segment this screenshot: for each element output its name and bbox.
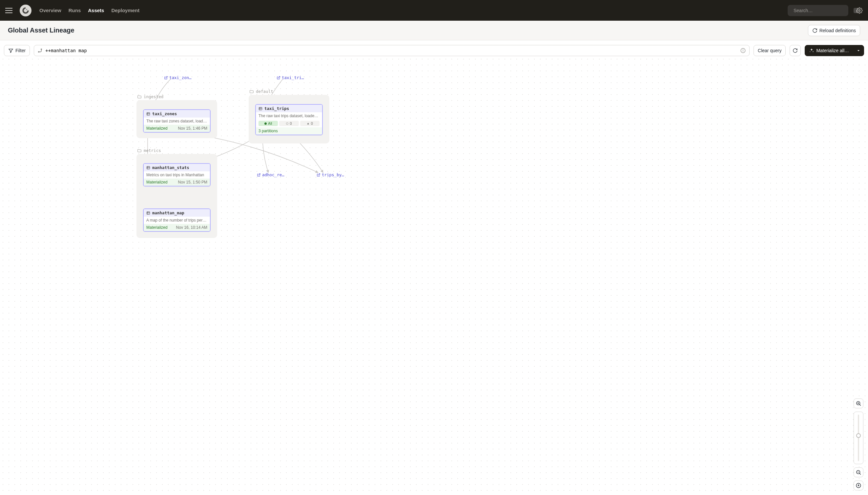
page-title: Global Asset Lineage [8, 27, 74, 34]
asset-node-taxi-zones[interactable]: taxi_zones The raw taxi zones dataset, l… [143, 109, 211, 133]
asset-status: Materialized [146, 180, 167, 185]
filter-icon [8, 48, 14, 53]
nav-assets[interactable]: Assets [88, 7, 104, 13]
menu-toggle[interactable] [5, 6, 14, 15]
external-asset-adhoc-req[interactable]: adhoc_req… [257, 172, 286, 177]
zoom-in-button[interactable] [854, 398, 863, 408]
query-input[interactable] [45, 48, 738, 53]
partition-count: 3 partitions [256, 127, 322, 135]
table-icon [146, 112, 150, 116]
asset-name: manhattan_stats [152, 165, 189, 170]
asset-node-manhattan-stats[interactable]: manhattan_stats Metrics on taxi trips in… [143, 163, 211, 186]
table-icon [259, 107, 262, 110]
fit-icon [855, 482, 862, 489]
folder-icon [137, 148, 142, 153]
lineage-canvas[interactable]: taxi_zone… taxi_trip… ingested default m… [0, 56, 868, 495]
partition-pill-failed[interactable]: ▲0 [300, 121, 320, 126]
settings-button[interactable] [856, 7, 863, 14]
asset-description: The raw taxi zones dataset, loaded int… [144, 118, 210, 125]
sparkle-icon [809, 48, 814, 53]
zoom-fit-button[interactable] [854, 481, 863, 490]
asset-description: A map of the number of trips per taxi z… [144, 217, 210, 224]
zoom-slider-thumb[interactable] [856, 433, 861, 438]
table-icon [146, 211, 150, 215]
asset-node-manhattan-map[interactable]: manhattan_map A map of the number of tri… [143, 208, 211, 232]
nav-runs[interactable]: Runs [69, 7, 81, 13]
nav-overview[interactable]: Overview [39, 7, 61, 13]
asset-status: Materialized [146, 225, 167, 230]
asset-name: manhattan_map [152, 210, 184, 215]
external-asset-trips-by[interactable]: trips_by_… [317, 172, 346, 177]
group-label-default: default [249, 89, 273, 94]
route-icon [37, 48, 43, 53]
global-search-input[interactable] [794, 8, 851, 13]
filter-button[interactable]: Filter [4, 45, 30, 56]
zoom-out-icon [855, 470, 862, 475]
global-search[interactable]: / [787, 5, 848, 16]
zoom-in-icon [855, 400, 862, 406]
query-input-wrapper[interactable] [34, 45, 749, 56]
refresh-graph-button[interactable] [790, 45, 801, 56]
partition-pill-materialized[interactable]: All [259, 121, 278, 126]
asset-timestamp: Nov 16, 10:14 AM [176, 225, 207, 230]
asset-node-taxi-trips[interactable]: taxi_trips The raw taxi trips dataset, l… [255, 104, 323, 135]
app-logo[interactable] [20, 5, 32, 16]
asset-name: taxi_trips [264, 106, 289, 111]
asset-description: Metrics on taxi trips in Manhattan [144, 171, 210, 178]
zoom-out-button[interactable] [854, 467, 863, 477]
group-label-metrics: metrics [137, 148, 161, 153]
folder-icon [137, 95, 142, 99]
refresh-icon [793, 48, 798, 53]
partition-pill-missing[interactable]: 0 [279, 121, 299, 126]
svg-point-20 [26, 9, 27, 10]
chevron-down-icon [856, 48, 861, 53]
group-label-ingested: ingested [137, 94, 163, 99]
refresh-icon [812, 28, 817, 33]
zoom-slider[interactable] [854, 412, 863, 464]
materialize-dropdown-button[interactable] [853, 45, 864, 56]
external-asset-taxi-zones-source[interactable]: taxi_zone… [164, 75, 194, 80]
table-icon [146, 166, 150, 170]
nav-deployment[interactable]: Deployment [111, 7, 139, 13]
asset-name: taxi_zones [152, 111, 177, 116]
reload-definitions-button[interactable]: Reload definitions [808, 25, 860, 36]
external-link-icon [277, 76, 281, 80]
query-info-icon[interactable] [740, 48, 746, 53]
clear-query-button[interactable]: Clear query [754, 45, 786, 56]
materialize-all-button[interactable]: Materialize all… [805, 45, 853, 56]
external-link-icon [317, 173, 320, 177]
external-link-icon [164, 76, 168, 80]
asset-description: The raw taxi trips dataset, loaded into … [256, 112, 322, 119]
asset-timestamp: Nov 15, 1:46 PM [178, 126, 207, 131]
external-link-icon [257, 173, 261, 177]
folder-icon [249, 89, 254, 94]
asset-timestamp: Nov 15, 1:50 PM [178, 180, 207, 185]
asset-status: Materialized [146, 126, 167, 131]
external-asset-taxi-trips-source[interactable]: taxi_trip… [277, 75, 306, 80]
